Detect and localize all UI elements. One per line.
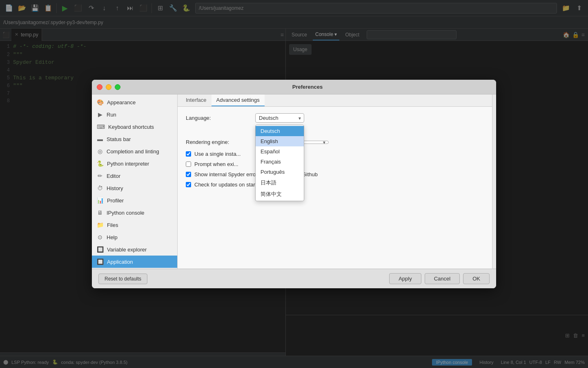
show-errors-checkbox[interactable] [186,172,191,177]
sidebar-item-python[interactable]: 🐍 Python interpreter [92,157,177,170]
sidebar-item-files[interactable]: 📁 Files [92,219,177,231]
prompt-exit-label: Prompt when exi... [194,161,238,167]
sidebar-label-run: Run [107,112,116,118]
sidebar-item-keyboard[interactable]: ⌨ Keyboard shortcuts [92,121,177,133]
check-updates-checkbox[interactable] [186,182,191,187]
sidebar-label-appearance: Appearance [107,99,136,105]
dialog-titlebar: Preferences [92,80,496,94]
sidebar-label-completion: Completion and linting [107,148,159,155]
editor-menu-icon: ✏ [97,173,103,179]
varexplorer-icon: 🔲 [97,246,104,253]
apply-button[interactable]: Apply [389,273,421,284]
language-dropdown[interactable]: Deutsch English Español Français Portugu… [255,125,304,201]
sidebar-item-ipython[interactable]: 🖥 IPython console [92,206,177,219]
sidebar-item-profiler[interactable]: 📊 Profiler [92,194,177,206]
language-select-wrapper: Deutsch ▼ Deutsch English Español França… [255,113,304,123]
tab-advanced-settings[interactable]: Advanced settings [212,94,265,106]
lang-option-japanese[interactable]: 日本語 [256,177,304,188]
preferences-sidebar: 🎨 Appearance ▶ Run ⌨ Keyboard shortcuts … [92,94,178,269]
sidebar-label-history: History [107,185,123,191]
lang-option-espanol[interactable]: Español [256,146,304,157]
lang-option-english[interactable]: English [256,136,304,146]
help-menu-icon: ⊙ [97,234,103,240]
ipython-menu-icon: 🖥 [97,209,103,216]
sidebar-label-ipython: IPython console [107,210,145,216]
keyboard-icon: ⌨ [97,123,105,130]
prompt-exit-checkbox[interactable] [186,162,191,167]
preferences-content: Interface Advanced settings Language: De… [178,94,492,269]
single-instance-label: Use a single insta... [194,151,241,157]
sidebar-label-editor: Editor [107,173,120,179]
sidebar-item-history[interactable]: ⏱ History [92,182,177,194]
lang-option-francais[interactable]: Français [256,157,304,167]
sidebar-item-editor[interactable]: ✏ Editor [92,170,177,182]
sidebar-item-statusbar[interactable]: ▬ Status bar [92,133,177,145]
language-row: Language: Deutsch ▼ Deutsch English Espa… [186,113,484,123]
close-button[interactable] [97,84,102,90]
pref-tabs-bar: Interface Advanced settings [178,94,492,107]
lang-option-chinese[interactable]: 简体中文 [256,188,304,200]
sidebar-item-application[interactable]: 🔲 Application [92,256,177,268]
rendering-row: Rendering engine: ▼ [186,139,484,145]
sidebar-item-appearance[interactable]: 🎨 Appearance [92,96,177,108]
single-instance-checkbox[interactable] [186,151,191,157]
language-select[interactable]: Deutsch [255,113,304,123]
sidebar-item-varexplorer[interactable]: 🔲 Variable explorer [92,243,177,256]
check-updates-row: Check for updates on startup [186,182,484,188]
dialog-body: 🎨 Appearance ▶ Run ⌨ Keyboard shortcuts … [92,94,496,269]
pref-scrollbar[interactable] [492,94,496,269]
application-icon: 🔲 [97,258,104,265]
lang-option-deutsch[interactable]: Deutsch [256,126,304,136]
dialog-footer: Reset to defaults Apply Cancel OK [92,269,496,288]
show-errors-row: Show internal Spyder errors to report th… [186,171,484,177]
minimize-button[interactable] [106,84,111,90]
lang-option-portugues[interactable]: Português [256,167,304,177]
completion-icon: ◎ [97,148,103,155]
sidebar-label-python: Python interpreter [107,161,149,167]
preferences-dialog: Preferences 🎨 Appearance ▶ Run ⌨ Keyboar… [92,80,496,288]
rendering-label: Rendering engine: [186,139,251,145]
ok-button[interactable]: OK [463,273,490,284]
dialog-title: Preferences [124,84,491,90]
sidebar-item-completion[interactable]: ◎ Completion and linting [92,145,177,157]
prompt-exit-row: Prompt when exi... [186,161,484,167]
reset-defaults-button[interactable]: Reset to defaults [98,274,147,284]
sidebar-item-run[interactable]: ▶ Run [92,108,177,121]
statusbar-icon: ▬ [97,136,103,142]
check-updates-label: Check for updates on startup [194,182,263,188]
single-instance-row: Use a single insta... [186,151,484,157]
sidebar-label-varexplorer: Variable explorer [107,247,147,253]
sidebar-item-help[interactable]: ⊙ Help [92,231,177,243]
appearance-icon: 🎨 [97,99,104,105]
python-menu-icon: 🐍 [97,160,104,167]
sidebar-label-profiler: Profiler [107,197,124,204]
pref-main-content: Language: Deutsch ▼ Deutsch English Espa… [178,107,492,269]
sidebar-label-help: Help [107,234,118,240]
sidebar-label-files: Files [107,222,118,228]
profiler-menu-icon: 📊 [97,197,104,204]
history-menu-icon: ⏱ [97,185,103,191]
language-label: Language: [186,115,251,121]
dialog-overlay: Preferences 🎨 Appearance ▶ Run ⌨ Keyboar… [0,0,588,368]
sidebar-label-statusbar: Status bar [107,136,131,142]
tab-interface[interactable]: Interface [181,94,212,106]
sidebar-label-keyboard: Keyboard shortcuts [108,124,154,130]
files-menu-icon: 📁 [97,222,104,228]
cancel-button[interactable]: Cancel [425,273,460,284]
run-menu-icon: ▶ [97,111,103,118]
maximize-button[interactable] [115,84,120,90]
sidebar-label-application: Application [107,259,133,265]
